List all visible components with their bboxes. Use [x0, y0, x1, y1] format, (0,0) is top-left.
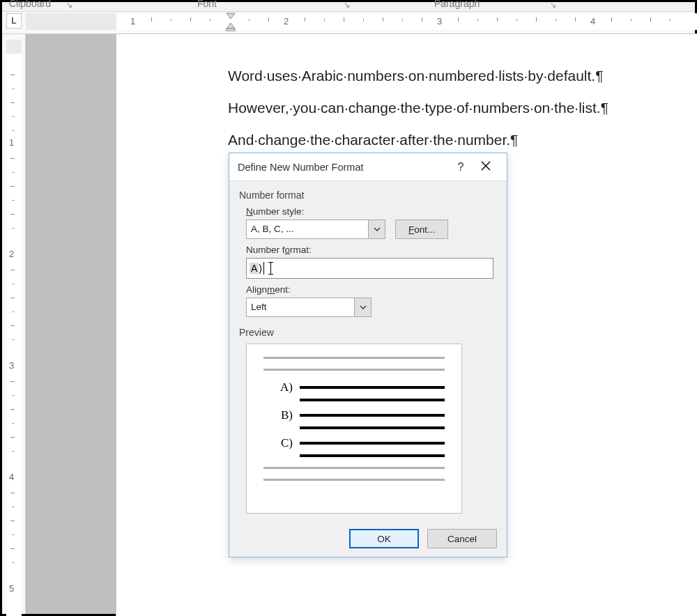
word-window: Clipboard ↘ Font ↘ Paragraph ↘ L 1 2 3 4 — [0, 0, 697, 616]
document-line[interactable]: And·change·the·character·after·the·numbe… — [228, 132, 674, 148]
dialog-buttons: OK Cancel — [229, 523, 507, 557]
vruler-number: 3 — [9, 360, 14, 371]
vruler-number: 5 — [9, 583, 14, 594]
dialog-title: Define New Number Format — [238, 162, 364, 173]
svg-marker-1 — [227, 23, 235, 29]
ruler-track: 1 2 3 4 — [26, 13, 692, 30]
alignment-label: Alignment: — [246, 284, 497, 295]
ruler-number: 3 — [437, 16, 442, 26]
vruler-number: 2 — [9, 249, 14, 259]
preview-box: A) B) C) — [246, 344, 462, 514]
dropdown-button[interactable] — [368, 220, 385, 238]
vruler-number: 1 — [9, 137, 14, 148]
number-style-value: A, B, C, ... — [247, 220, 368, 238]
help-button[interactable]: ? — [448, 161, 473, 174]
number-format-section-label: Number format — [239, 190, 497, 201]
close-button[interactable] — [473, 161, 498, 174]
vertical-ruler[interactable]: 1 2 3 4 5 — [2, 34, 26, 614]
svg-rect-2 — [227, 29, 235, 31]
dropdown-button[interactable] — [354, 298, 371, 316]
document-line[interactable]: Word·uses·Arabic·numbers·on·numbered·lis… — [228, 68, 674, 84]
dialog-body: Number format Number style: A, B, C, ...… — [229, 181, 507, 523]
preview-item-number: C) — [263, 436, 300, 450]
cancel-button[interactable]: Cancel — [427, 529, 497, 548]
chevron-down-icon — [374, 227, 381, 231]
ruler-number: 1 — [130, 16, 135, 26]
preview-item-number: B) — [263, 408, 300, 422]
svg-marker-0 — [227, 13, 235, 19]
alignment-dropdown[interactable]: Left — [246, 298, 372, 317]
number-style-dropdown[interactable]: A, B, C, ... — [246, 220, 385, 239]
number-format-label: Number format: — [246, 245, 497, 255]
chevron-down-icon — [360, 305, 367, 309]
document-line[interactable]: However,·you·can·change·the·type·of·numb… — [228, 100, 674, 116]
ruler-number: 4 — [590, 16, 595, 26]
dialog-titlebar[interactable]: Define New Number Format ? — [229, 153, 507, 181]
ok-button[interactable]: OK — [349, 529, 419, 548]
ribbon-group-font: Font — [197, 0, 217, 9]
number-style-label: Number style: — [246, 206, 497, 217]
preview-label: Preview — [239, 327, 497, 338]
close-icon — [481, 161, 491, 171]
define-number-format-dialog: Define New Number Format ? Number format… — [229, 153, 507, 557]
page-content[interactable]: Word·uses·Arabic·numbers·on·numbered·lis… — [228, 68, 674, 164]
font-button[interactable]: Font... — [395, 220, 448, 239]
number-format-placeholder: A — [250, 263, 259, 274]
ribbon-launcher-icon[interactable]: ↘ — [550, 1, 560, 10]
ribbon-strip: Clipboard ↘ Font ↘ Paragraph ↘ — [2, 2, 695, 12]
ribbon-launcher-icon[interactable]: ↘ — [66, 1, 76, 10]
number-format-input[interactable]: A) — [246, 258, 493, 279]
ribbon-launcher-icon[interactable]: ↘ — [344, 1, 353, 10]
ribbon-group-clipboard: Clipboard — [9, 0, 51, 9]
preview-item-number: A) — [263, 380, 300, 394]
ribbon-group-paragraph: Paragraph — [434, 0, 480, 9]
ibeam-cursor-icon — [268, 262, 274, 275]
alignment-value: Left — [247, 298, 354, 316]
tab-selector[interactable]: L — [6, 13, 22, 29]
vruler-number: 4 — [9, 472, 14, 482]
indent-marker-icon[interactable] — [225, 12, 236, 31]
ruler-number: 2 — [284, 16, 289, 26]
text-cursor-icon — [263, 262, 264, 275]
horizontal-ruler[interactable]: L 1 2 3 4 — [2, 12, 695, 34]
